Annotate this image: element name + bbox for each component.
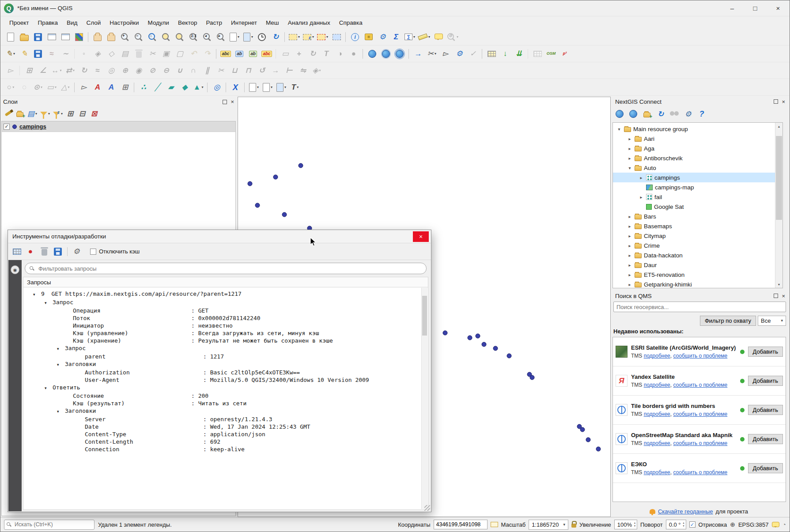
expander-icon[interactable]: ▸ [627,224,632,229]
resource-label[interactable]: Antiborschevik [644,155,683,162]
clip-tool[interactable]: ✂ ▾ [425,47,438,61]
float-panel-icon[interactable] [774,294,778,298]
annotation-move[interactable]: ▻ [77,80,91,94]
report-problem-link[interactable]: сообщить о проблеме [673,382,727,388]
resource-label[interactable]: Crime [644,242,660,249]
dropdown-arrow-icon[interactable]: ▾ [68,85,70,89]
magnifier-spinbox[interactable]: 100% ▴▾ [614,520,637,529]
scrollbar-thumb[interactable] [422,296,427,336]
select-by-expression[interactable]: ε ▾ [302,30,315,44]
menu-item[interactable]: Интернет [227,18,261,28]
close-panel-icon[interactable]: × [782,99,785,105]
circle-2-points[interactable]: ○ ▾ [4,80,17,94]
extent-icon[interactable] [491,522,498,527]
crs-icon[interactable]: ⊕ [730,521,735,528]
remove-layer[interactable]: ⊠ [88,108,100,119]
float-panel-icon[interactable] [223,100,227,104]
select-features[interactable]: ▾ [287,30,301,44]
expander-icon[interactable]: ▾ [57,345,65,353]
vector-line-tool[interactable]: ╱ [151,80,164,94]
vertex-tool-current-layer[interactable]: ◇ [105,47,118,61]
lock-scale-icon[interactable] [571,524,576,528]
request-tree-row[interactable]: Server openresty/1.21.4.3 [23,415,428,423]
expander-icon[interactable]: ▾ [33,291,41,298]
dropdown-arrow-icon[interactable]: ▾ [271,85,272,89]
menu-item[interactable]: Правка [33,18,62,28]
clear-log[interactable] [38,245,50,258]
merge-features[interactable]: ⊔ [228,64,241,78]
qms-service-item[interactable]: Я Yandex Satellite TMS подробнее, сообщи… [613,366,786,396]
dropdown-arrow-icon[interactable]: ▾ [60,68,61,72]
dropdown-arrow-icon[interactable]: ▾ [297,85,299,89]
resource-tree-item[interactable]: ▸ Antiborschevik [613,153,775,163]
resource-label[interactable]: Data-hackaton [644,252,683,259]
expander-icon[interactable]: ▸ [627,146,632,151]
rotation-spinbox[interactable]: 0.0 ° ▴▾ [666,520,686,529]
map-tips[interactable] [432,30,445,44]
resource-tree-item[interactable]: ▾ Main resource group [613,124,775,134]
dropdown-arrow-icon[interactable]: ▾ [257,85,259,89]
resource-label[interactable]: Bars [644,213,656,220]
copy-features[interactable]: ▣ [159,47,173,61]
save-project[interactable] [31,30,45,44]
circle-3-points[interactable]: ◌ [18,80,31,94]
resource-tree-item[interactable]: ▸ Aari [613,134,775,143]
resource-tree-item[interactable]: ▸ Aga [613,143,775,153]
messages-icon[interactable] [772,522,779,527]
offset-curve[interactable]: ∪ [173,64,186,78]
vector-fill-tool[interactable]: ◆ [178,80,191,94]
dropdown-arrow-icon[interactable]: ▾ [284,85,286,89]
label-pin[interactable]: ab [246,47,260,61]
new-print-layout[interactable] [45,30,58,44]
download-selected[interactable]: ↓ [499,47,512,61]
dropdown-arrow-icon[interactable]: ▾ [298,35,300,39]
request-tree-row[interactable]: Authorization Basic c2ltOlp5eC4xOTE3Kw== [23,369,428,376]
rotate-label[interactable]: ↻ [306,47,319,61]
render-checkbox[interactable]: ✓ [689,521,696,528]
rotate-point-symbols[interactable]: ↺ [255,64,268,78]
scale-combo[interactable]: 1:1865720 ▾ [529,520,568,530]
locator-input[interactable] [14,521,92,528]
dropdown-arrow-icon[interactable]: ▾ [312,35,314,39]
report-problem-link[interactable]: сообщить о проблеме [673,353,727,359]
expander-icon[interactable]: ▸ [639,175,644,180]
plugin-manager[interactable]: ⚙ [453,47,466,61]
expander-icon[interactable]: ▾ [45,385,53,392]
dropdown-arrow-icon[interactable]: ▾ [48,112,50,116]
dropdown-arrow-icon[interactable]: ▾ [457,35,458,39]
qms-search-input[interactable] [613,302,786,312]
maximize-button[interactable]: □ [744,0,767,16]
add-service-button[interactable]: Добавить [748,376,783,386]
merge-attributes[interactable]: ⊓ [242,64,255,78]
zoom-out[interactable]: − [132,30,145,44]
coordinates-input[interactable] [434,520,488,529]
save-log[interactable] [52,245,64,258]
resource-label[interactable]: campings-map [655,184,694,191]
expander-icon[interactable]: ▸ [627,234,632,238]
rotate-feature[interactable]: ↻ [77,64,91,78]
vector-polygon-tool[interactable]: ▰ [164,80,178,94]
digitize-with-curve[interactable]: ≈ [45,47,58,61]
label-no[interactable]: abc [260,47,273,61]
filter-requests-input[interactable] [38,265,422,272]
menu-item[interactable]: Вид [62,18,82,28]
deselect-all[interactable]: ▾ [316,30,329,44]
new-temporary-layer[interactable]: T ▾ [288,80,302,94]
expander-icon[interactable]: ▾ [627,166,632,170]
add-service-button[interactable]: Добавить [748,434,783,444]
html-annotation[interactable]: A [105,80,118,94]
add-feature[interactable]: ◦ [77,47,91,61]
cut-features[interactable]: ✂ [146,47,159,61]
dropdown-arrow-icon[interactable]: ▾ [35,112,37,116]
stream-digitizing[interactable]: ∼ [59,47,72,61]
expander-icon[interactable]: ▸ [627,243,632,248]
resource-label[interactable]: Aga [644,145,654,152]
new-map-view[interactable]: ▾ [228,30,241,44]
resource-tree-item[interactable]: campings-map [613,182,775,192]
resource-tree-item[interactable]: ▸ Data-hackaton [613,250,775,260]
raster-tools-grid[interactable] [531,47,544,61]
save-layer-edits[interactable] [31,47,45,61]
download-all[interactable]: ⇊ [512,47,525,61]
menu-item[interactable]: Вектор [174,18,202,28]
resource-tree-item[interactable]: ▸ campings [613,173,775,182]
